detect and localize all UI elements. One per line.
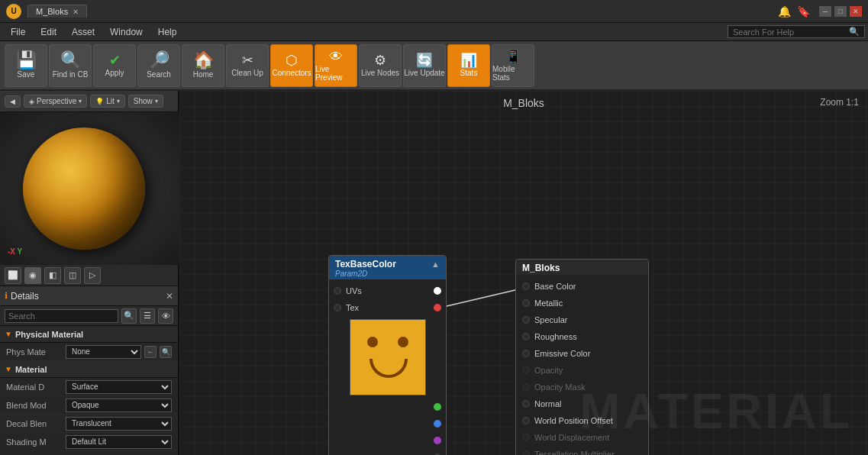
blend-mode-select[interactable]: Opaque	[66, 399, 172, 412]
menu-edit[interactable]: Edit	[33, 25, 64, 39]
physical-material-section-header[interactable]: ▼ Physical Material	[0, 326, 178, 343]
home-icon: 🏠	[193, 52, 214, 69]
physical-material-title: Physical Material	[15, 330, 83, 339]
toolbar-live-preview[interactable]: 👁 Live Preview	[315, 44, 357, 87]
phys-mate-search-btn[interactable]: 🔍	[160, 346, 172, 358]
show-dropdown-icon: ▾	[155, 98, 158, 105]
view-tool-3[interactable]: ◧	[44, 267, 61, 284]
cleanup-icon: ✂	[242, 53, 253, 67]
normal-in-pin[interactable]	[522, 400, 530, 408]
uvs-in-pin[interactable]	[334, 287, 341, 295]
tex-node-collapse-btn[interactable]: ▲	[431, 260, 440, 269]
tab-close-icon[interactable]: ✕	[73, 8, 79, 16]
menu-window[interactable]: Window	[102, 25, 150, 39]
tess-in-pin[interactable]	[522, 450, 530, 455]
details-search-btn[interactable]: 🔍	[121, 308, 137, 324]
tab-m-bloks[interactable]: M_Bloks ✕	[27, 5, 87, 18]
toolbar-stats[interactable]: 📊 Stats	[447, 44, 490, 87]
roughness-in-pin[interactable]	[522, 333, 530, 340]
emissive-in-pin[interactable]	[522, 350, 530, 357]
pin-base-color: Base Color	[516, 278, 648, 295]
out-pin-blue[interactable]	[434, 420, 441, 428]
lit-label: Lit	[106, 97, 115, 105]
tex-outputs-row2	[329, 415, 446, 432]
viewport-canvas: -X Y	[0, 112, 179, 265]
menu-help[interactable]: Help	[150, 25, 185, 39]
phys-mate-arrow-btn[interactable]: ←	[144, 346, 156, 358]
opacity-in-pin[interactable]	[522, 366, 530, 374]
notify-icon[interactable]: 🔔	[778, 5, 791, 18]
view-tool-5[interactable]: ▷	[84, 267, 101, 284]
metallic-in-pin[interactable]	[522, 299, 530, 307]
toolbar-save[interactable]: 💾 Save	[5, 44, 47, 87]
details-header: ℹ Details ✕	[0, 286, 178, 306]
tex-base-color-node[interactable]: TexBaseColor ▲ Param2D UVs Tex	[328, 255, 447, 455]
details-search-input[interactable]	[5, 309, 118, 323]
toolbar-home[interactable]: 🏠 Home	[182, 44, 224, 87]
help-search-icon: 🔍	[849, 27, 860, 37]
help-search[interactable]: 🔍	[728, 25, 865, 38]
live-nodes-icon: ⚙	[374, 53, 386, 67]
view-tool-2[interactable]: ◉	[24, 267, 41, 284]
pin-tess-mult: Tessellation Multiplier	[516, 446, 648, 455]
material-section-title: Material	[15, 365, 47, 374]
pin-roughness: Roughness	[516, 328, 648, 345]
details-search-bar: 🔍 ☰ 👁	[0, 306, 178, 326]
pin-emissive-color: Emissive Color	[516, 345, 648, 362]
toolbar-live-nodes[interactable]: ⚙ Live Nodes	[359, 44, 402, 87]
maximize-btn[interactable]: □	[834, 6, 847, 17]
perspective-btn[interactable]: ◈ Perspective ▾	[24, 95, 87, 108]
canvas-area[interactable]: M_Bloks Zoom 1:1 TexBaseColor ▲ Param2D …	[179, 91, 868, 455]
show-btn[interactable]: Show ▾	[128, 95, 163, 108]
out-pin-green[interactable]	[434, 403, 441, 411]
toolbar-connectors[interactable]: ⬡ Connectors	[270, 44, 313, 87]
uvs-out-pin[interactable]	[434, 287, 441, 295]
opacity-label: Opacity	[534, 366, 642, 375]
toolbar-search[interactable]: 🔎 Search	[137, 44, 180, 87]
smiley-right-eye	[398, 337, 408, 347]
out-pin-purple[interactable]	[434, 437, 441, 444]
wpo-in-pin[interactable]	[522, 417, 530, 424]
details-list-view-btn[interactable]: ☰	[140, 308, 155, 324]
menu-asset[interactable]: Asset	[64, 25, 102, 39]
decal-blend-select[interactable]: Translucent	[66, 417, 172, 431]
tess-label: Tessellation Multiplier	[534, 450, 642, 455]
toolbar-clean-up[interactable]: ✂ Clean Up	[226, 44, 269, 87]
menu-file[interactable]: File	[3, 25, 33, 39]
wd-in-pin[interactable]	[522, 434, 530, 441]
base-color-label: Base Color	[534, 282, 642, 291]
opacity-mask-in-pin[interactable]	[522, 383, 530, 391]
live-preview-icon: 👁	[329, 50, 343, 63]
phys-mate-label: Phys Mate	[6, 347, 61, 357]
phys-mate-select[interactable]: None	[66, 345, 141, 359]
shading-model-select[interactable]: Default Lit	[66, 435, 172, 449]
specular-in-pin[interactable]	[522, 316, 530, 324]
toolbar-live-update[interactable]: 🔄 Live Update	[403, 44, 446, 87]
base-color-in-pin[interactable]	[522, 282, 530, 290]
view-tool-4[interactable]: ◫	[64, 267, 81, 284]
stats-icon: 📊	[460, 53, 477, 67]
details-eye-btn[interactable]: 👁	[158, 308, 173, 324]
bookmark-icon[interactable]: 🔖	[797, 5, 810, 18]
mobile-stats-icon: 📱	[505, 50, 521, 63]
lit-btn[interactable]: 💡 Lit ▾	[90, 95, 125, 108]
viewport-nav-btn[interactable]: ◀	[5, 95, 21, 108]
tex-out-pin[interactable]	[434, 304, 441, 311]
minimize-btn[interactable]: ─	[819, 6, 831, 17]
live-update-icon: 🔄	[416, 53, 433, 67]
material-domain-select[interactable]: Surface	[66, 380, 172, 394]
view-tool-1[interactable]: ⬜	[5, 267, 21, 284]
search-label: Search	[147, 70, 171, 79]
tex-node-subtitle: Param2D	[335, 269, 440, 278]
toolbar-apply[interactable]: ✔ Apply	[93, 44, 136, 87]
help-search-input[interactable]	[733, 27, 846, 37]
tex-in-pin[interactable]	[334, 304, 341, 311]
toolbar-find-in-cb[interactable]: 🔍 Find in CB	[49, 44, 92, 87]
details-close-icon[interactable]: ✕	[166, 291, 173, 302]
material-section-header[interactable]: ▼ Material	[0, 361, 178, 378]
window-controls: ─ □ ✕	[819, 6, 862, 17]
toolbar-mobile-stats[interactable]: 📱 Mobile Stats	[492, 44, 534, 87]
details-panel: ℹ Details ✕ 🔍 ☰ 👁 ▼ Physical Material Ph…	[0, 286, 178, 455]
close-btn[interactable]: ✕	[850, 6, 862, 17]
live-nodes-label: Live Nodes	[361, 69, 399, 77]
